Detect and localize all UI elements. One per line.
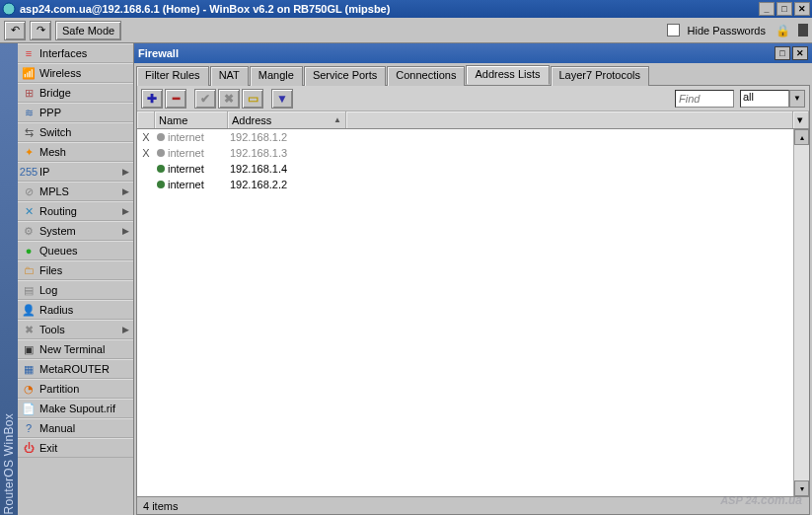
menu-label: Tools — [39, 324, 118, 335]
firewall-tabs: Filter RulesNATMangleService PortsConnec… — [134, 63, 812, 85]
menu-item-switch[interactable]: ⇆Switch — [18, 122, 133, 142]
row-name: internet — [155, 131, 228, 143]
status-dot-icon — [157, 149, 165, 157]
menu-label: Manual — [39, 422, 129, 434]
row-address: 192.168.1.3 — [228, 147, 346, 159]
menu-item-files[interactable]: 🗀Files — [18, 260, 133, 280]
menu-icon: ⊘ — [22, 184, 36, 198]
menu-label: IP — [39, 166, 118, 178]
menu-item-tools[interactable]: ✖Tools▶ — [18, 320, 133, 339]
menu-item-system[interactable]: ⚙System▶ — [18, 221, 133, 241]
window-close-button[interactable]: ✕ — [792, 46, 808, 60]
window-expand-button[interactable]: □ — [775, 46, 790, 60]
hide-passwords-label: Hide Passwords — [688, 25, 766, 37]
tab-connections[interactable]: Connections — [387, 66, 465, 86]
menu-label: Mesh — [39, 146, 129, 158]
menu-item-wireless[interactable]: 📶Wireless — [18, 63, 133, 83]
disable-button[interactable]: ✖ — [218, 89, 240, 109]
column-address[interactable]: Address▲ — [228, 111, 346, 128]
menu-item-routing[interactable]: ✕Routing▶ — [18, 201, 133, 221]
row-name: internet — [155, 147, 228, 159]
remove-button[interactable]: ━ — [165, 89, 186, 109]
menu-item-queues[interactable]: ●Queues — [18, 241, 133, 260]
tab-nat[interactable]: NAT — [210, 66, 249, 86]
menu-label: New Terminal — [39, 343, 129, 355]
menu-icon: 255 — [22, 165, 36, 179]
menu-item-mpls[interactable]: ⊘MPLS▶ — [18, 182, 133, 201]
menu-label: Exit — [39, 442, 129, 454]
table-row[interactable]: internet192.168.2.2 — [137, 177, 809, 192]
menu-item-interfaces[interactable]: ≡Interfaces — [18, 43, 133, 63]
row-address: 192.168.2.2 — [228, 179, 346, 190]
menu-icon: ▤ — [22, 283, 36, 297]
filter-select[interactable]: all — [740, 90, 789, 108]
menu-item-ppp[interactable]: ≋PPP — [18, 103, 133, 122]
table-row[interactable]: internet192.168.1.4 — [137, 161, 809, 177]
vertical-scrollbar[interactable]: ▴ ▾ — [793, 129, 809, 496]
undo-button[interactable]: ↶ — [4, 21, 26, 40]
menu-item-bridge[interactable]: ⊞Bridge — [18, 83, 133, 103]
filter-dropdown-button[interactable]: ▼ — [789, 90, 805, 108]
menu-item-partition[interactable]: ◔Partition — [18, 379, 133, 399]
menu-item-manual[interactable]: ?Manual — [18, 418, 133, 438]
menu-label: Partition — [39, 383, 129, 395]
table-row[interactable]: Xinternet192.168.1.2 — [137, 129, 809, 145]
menu-item-exit[interactable]: ⏻Exit — [18, 438, 133, 458]
row-name: internet — [155, 179, 228, 190]
session-indicator-icon — [798, 24, 808, 37]
enable-button[interactable]: ✔ — [194, 89, 216, 109]
menu-label: Switch — [39, 126, 129, 138]
column-flag[interactable] — [137, 111, 155, 128]
tab-filter-rules[interactable]: Filter Rules — [136, 66, 209, 86]
submenu-arrow-icon: ▶ — [122, 206, 129, 216]
menu-item-mesh[interactable]: ✦Mesh — [18, 142, 133, 162]
menu-icon: 🗀 — [22, 263, 36, 277]
menu-label: Wireless — [39, 67, 129, 79]
safe-mode-button[interactable]: Safe Mode — [55, 21, 121, 40]
scroll-down-button[interactable]: ▾ — [794, 480, 809, 496]
menu-icon: 👤 — [22, 303, 36, 317]
menu-label: Routing — [39, 205, 118, 217]
table-header: Name Address▲ ▾ — [137, 111, 809, 129]
find-input[interactable] — [675, 90, 734, 108]
add-button[interactable]: ✚ — [141, 89, 163, 109]
comment-button[interactable]: ▭ — [242, 89, 263, 109]
scroll-up-button[interactable]: ▴ — [794, 129, 809, 145]
menu-icon: ✖ — [22, 323, 36, 336]
status-bar: 4 items — [137, 496, 809, 514]
redo-button[interactable]: ↷ — [30, 21, 51, 40]
menu-icon: ✦ — [22, 145, 36, 159]
row-flag: X — [137, 131, 155, 143]
menu-item-log[interactable]: ▤Log — [18, 280, 133, 300]
submenu-arrow-icon: ▶ — [122, 167, 129, 177]
menu-icon: ◔ — [22, 382, 36, 396]
column-name[interactable]: Name — [155, 111, 228, 128]
brand-sidebar: RouterOS WinBox — [0, 43, 18, 515]
menu-item-radius[interactable]: 👤Radius — [18, 300, 133, 320]
minimize-button[interactable]: _ — [759, 2, 775, 16]
menu-icon: ▣ — [22, 342, 36, 356]
menu-item-new-terminal[interactable]: ▣New Terminal — [18, 339, 133, 359]
menu-label: PPP — [39, 107, 129, 118]
close-button[interactable]: ✕ — [794, 2, 810, 16]
menu-icon: ⚙ — [22, 224, 36, 238]
menu-item-make-supout.rif[interactable]: 📄Make Supout.rif — [18, 399, 133, 418]
hide-passwords-checkbox[interactable] — [667, 24, 680, 37]
column-menu-button[interactable]: ▾ — [793, 111, 809, 128]
submenu-arrow-icon: ▶ — [122, 226, 129, 236]
table-row[interactable]: Xinternet192.168.1.3 — [137, 145, 809, 161]
filter-button[interactable]: ▼ — [271, 89, 293, 109]
maximize-button[interactable]: □ — [776, 2, 792, 16]
tab-address-lists[interactable]: Address Lists — [466, 65, 549, 85]
menu-icon: ⇆ — [22, 125, 36, 139]
menu-item-metarouter[interactable]: ▦MetaROUTER — [18, 359, 133, 379]
status-dot-icon — [157, 181, 165, 188]
menu-icon: ● — [22, 244, 36, 258]
tab-service-ports[interactable]: Service Ports — [304, 66, 386, 86]
menu-item-ip[interactable]: 255IP▶ — [18, 162, 133, 182]
menu-label: System — [39, 225, 118, 237]
tab-mangle[interactable]: Mangle — [250, 66, 303, 86]
content-area: Firewall □ ✕ Filter RulesNATMangleServic… — [134, 43, 812, 515]
tab-layer7-protocols[interactable]: Layer7 Protocols — [551, 66, 650, 86]
app-title: asp24.com.ua@192.168.6.1 (Home) - WinBox… — [20, 3, 757, 15]
